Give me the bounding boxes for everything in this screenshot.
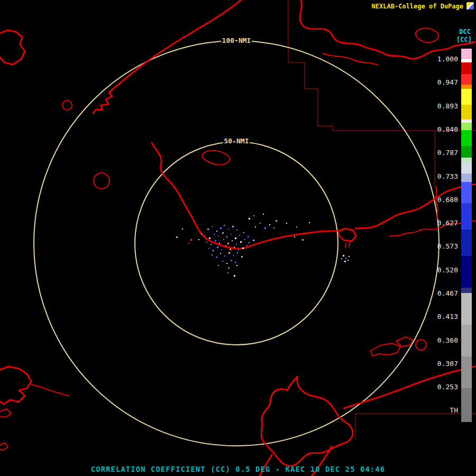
- echo-pixel: [235, 237, 236, 239]
- echo-pixel: [225, 245, 226, 246]
- island-outline: [0, 443, 8, 450]
- lake-outline: [416, 340, 426, 350]
- echo-pixel: [220, 253, 221, 254]
- colorbar-segment: [461, 230, 472, 256]
- lake-outline: [62, 100, 72, 110]
- echo-pixel: [204, 235, 205, 236]
- island-outline: [338, 228, 356, 241]
- range-ring-label-outer: 100 NMI: [222, 36, 251, 44]
- colorbar-segment: [461, 163, 472, 173]
- coastline-path: [345, 242, 350, 248]
- echo-pixel: [176, 236, 178, 238]
- echo-pixel: [219, 243, 220, 244]
- lake-outline: [203, 151, 230, 165]
- echo-pixel: [227, 243, 229, 244]
- echo-pixel: [210, 244, 212, 245]
- echo-pixel: [347, 260, 349, 261]
- echo-pixel: [221, 249, 222, 250]
- echo-pixel: [234, 246, 235, 248]
- echo-pixel: [242, 248, 244, 249]
- echo-pixel: [263, 214, 264, 215]
- echo-pixel: [239, 235, 240, 236]
- echo-pixel: [253, 215, 254, 216]
- echo-pixel: [209, 237, 210, 239]
- legend-units-label: [CC]: [456, 36, 472, 43]
- echo-pixel: [237, 252, 238, 253]
- boundary-path: [288, 0, 476, 131]
- echo-pixel: [218, 236, 219, 237]
- colorbar-segment: [461, 203, 472, 230]
- colorbar-segment: [461, 85, 472, 89]
- colorbar-segment: [461, 356, 472, 388]
- echo-pixel: [213, 250, 214, 251]
- range-ring-labels: 100 NMI 50 NMI: [222, 36, 251, 145]
- echo-pixel: [228, 267, 230, 269]
- radar-display: 100 NMI 50 NMI NEXLAB-College of DuPage …: [0, 0, 476, 476]
- colorbar-segment: [461, 325, 472, 356]
- island-outline: [396, 337, 413, 346]
- echo-pixel: [286, 223, 287, 224]
- echo-pixel: [238, 250, 239, 251]
- range-ring-inner: [135, 142, 338, 345]
- colorbar-segment: [461, 74, 472, 85]
- colorbar-segment: [461, 173, 472, 182]
- colorbar-segment: [461, 130, 472, 146]
- echo-pixel: [276, 220, 277, 222]
- echo-pixel: [253, 240, 254, 241]
- echo-pixel: [244, 239, 245, 240]
- echo-pixel: [232, 240, 233, 241]
- colorbar-segment: [461, 49, 472, 59]
- echo-pixel: [201, 233, 202, 234]
- echo-pixel: [240, 241, 242, 243]
- echo-pixel: [214, 234, 215, 235]
- echo-pixel: [226, 236, 227, 237]
- range-ring-label-inner: 50 NMI: [224, 137, 249, 145]
- echo-pixel: [241, 256, 243, 258]
- echo-pixel: [248, 236, 249, 237]
- echo-pixel: [232, 226, 234, 227]
- echo-pixel: [223, 239, 224, 240]
- echo-pixel: [344, 261, 346, 262]
- echo-pixel: [228, 228, 229, 230]
- echo-pixel: [246, 245, 248, 246]
- echo-pixel: [207, 228, 209, 230]
- coastline-path: [0, 30, 25, 65]
- product-caption: CORRELATION COEFFICIENT (CC) 0.5 DEG - K…: [0, 465, 476, 473]
- lake-outline: [94, 173, 109, 189]
- coastline-path: [323, 53, 378, 65]
- echo-pixel: [255, 226, 256, 227]
- range-ring-outer: [34, 41, 439, 446]
- colorbar-segment: [461, 89, 472, 105]
- echo-pixel: [212, 226, 213, 227]
- range-rings: [34, 41, 439, 446]
- echo-pixel: [349, 256, 350, 257]
- echo-pixel: [235, 262, 236, 263]
- echo-pixel: [264, 227, 266, 229]
- echo-pixel: [294, 236, 295, 237]
- echo-pixel: [226, 263, 227, 264]
- colorbar-segment: [461, 146, 472, 158]
- echo-pixel: [198, 239, 199, 240]
- echo-pixel: [218, 265, 219, 266]
- echo-pixel: [260, 223, 261, 224]
- island-outline: [0, 409, 11, 417]
- echo-pixel: [230, 249, 231, 250]
- echo-pixel: [190, 239, 192, 241]
- echo-pixel: [206, 242, 207, 243]
- lake-outline: [261, 377, 353, 466]
- colorbar-segment: [461, 388, 472, 422]
- colorbar: [461, 49, 472, 422]
- echo-pixel: [215, 240, 216, 242]
- colorbar-segment: [461, 293, 472, 325]
- echo-pixel: [249, 218, 250, 219]
- echo-pixel: [216, 257, 217, 258]
- coastline-path: [355, 184, 476, 228]
- echo-pixel: [296, 226, 297, 227]
- echo-pixel: [231, 234, 232, 235]
- echo-pixel: [212, 254, 213, 255]
- echo-pixel: [273, 227, 274, 228]
- echo-pixel: [302, 239, 304, 241]
- colorbar-segment: [461, 256, 472, 288]
- echo-pixel: [222, 232, 224, 234]
- echo-pixel: [228, 252, 230, 254]
